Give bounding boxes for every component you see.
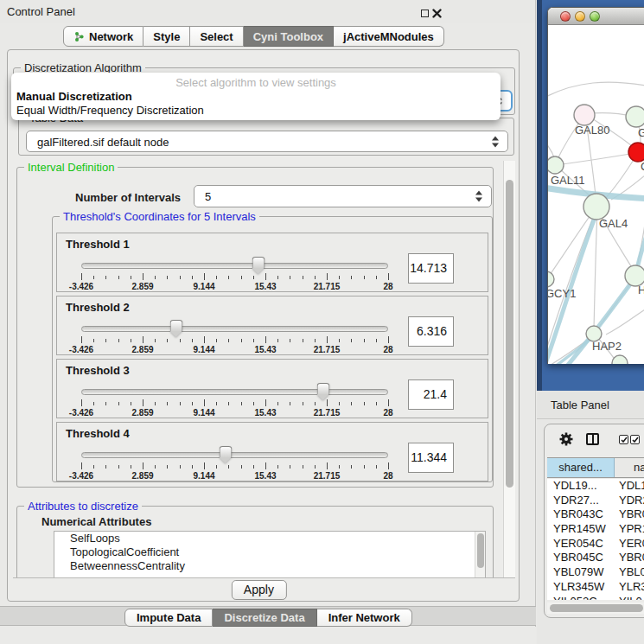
threshold-2-slider[interactable]: -3.4262.8599.14415.4321.71528 [81,319,388,355]
cell: YPR1 [615,522,644,537]
slider-track[interactable] [81,326,388,332]
tab-network[interactable]: Network [63,26,143,47]
bottom-filler [0,627,536,644]
slider-ticks [81,336,388,344]
threshold-3-panel: Threshold 3 -3.4262.8599.14415.4321.7152… [56,359,488,418]
zoom-traffic-light-icon[interactable] [590,11,600,22]
tab-style[interactable]: Style [143,26,190,47]
slider-thumb[interactable] [170,320,183,331]
tab-select[interactable]: Select [190,26,243,47]
stepper-arrows-icon [492,136,500,147]
close-traffic-light-icon[interactable] [560,11,571,22]
network-node-gal4[interactable] [583,194,609,220]
tab-impute-data[interactable]: Impute Data [124,609,213,627]
list-item[interactable]: SelfLoops [54,532,485,545]
tab-label: Style [153,30,180,43]
checkbox-icon[interactable] [619,435,628,444]
network-node-selected-red[interactable] [628,143,644,162]
threshold-4-panel: Threshold 4 -3.4262.8599.14415.4321.7152… [56,422,488,481]
threshold-3-value-field[interactable]: 21.4 [408,379,454,410]
table-row[interactable]: YER054CYER0 [547,537,644,552]
table-horizontal-scrollbar[interactable] [547,603,644,614]
apply-button[interactable]: Apply [231,580,286,600]
network-node-gal11[interactable] [548,156,564,174]
threshold-1-value-field[interactable]: 14.713 [408,253,454,284]
table-row[interactable]: YLR345WYLR3 [547,580,644,595]
numerical-attributes-label: Numerical Attributes [41,515,151,528]
network-view-window: GAL80 GA C GAL11 GAL4 GCY1 H HAP2 [547,7,644,364]
table-row[interactable]: YIL052CYIL0 [547,595,644,601]
table-row[interactable]: YBR043CYBR0 [547,507,644,522]
slider-thumb[interactable] [252,257,265,268]
close-icon[interactable] [432,9,442,18]
minimize-traffic-light-icon[interactable] [575,11,585,22]
list-item[interactable]: TopologicalCoefficient [54,545,485,559]
num-intervals-combobox[interactable]: 5 [194,185,492,207]
threshold-4-slider[interactable]: -3.4262.8599.14415.4321.71528 [81,445,388,481]
table-row[interactable]: YDL19...YDL1 [547,479,644,494]
network-node-label: C [641,160,644,173]
scrollbar-thumb[interactable] [550,604,643,612]
slider-ticks [81,273,388,281]
table-data-combobox[interactable]: galFiltered.sif default node [26,131,508,152]
table-data-group: Table Data galFiltered.sif default node [18,118,514,156]
control-panel-titlebar: Control Panel [0,0,535,23]
num-intervals-label: Number of Intervals [75,191,181,204]
threshold-label: Threshold 2 [66,301,130,314]
tab-discretize-data[interactable]: Discretize Data [213,609,316,627]
threshold-1-slider[interactable]: -3.4262.8599.14415.4321.71528 [81,256,388,292]
dropdown-option-equal-width-frequency[interactable]: Equal Width/Frequency Discretization [16,104,204,117]
table-row[interactable]: YPR145WYPR1 [547,522,644,537]
dropdown-hint: Select algorithm to view settings [11,76,501,89]
tab-label: Cyni Toolbox [253,30,323,43]
slider-thumb[interactable] [219,446,232,457]
tab-cyni-toolbox[interactable]: Cyni Toolbox [244,26,334,47]
column-header-shared-name[interactable]: shared... [547,458,615,477]
threshold-4-value-field[interactable]: 11.344 [408,443,454,473]
tab-label: Impute Data [137,611,201,624]
table-row[interactable]: YBR045CYBR0 [547,551,644,565]
network-node-gcy1[interactable] [548,271,554,287]
network-canvas[interactable]: GAL80 GA C GAL11 GAL4 GCY1 H HAP2 [548,25,644,364]
threshold-2-value-field[interactable]: 6.316 [408,316,454,347]
network-node-gal80[interactable] [574,105,595,125]
cell: YIL052C [547,595,615,601]
column-header-name[interactable]: na [615,458,644,477]
slider-track[interactable] [81,263,388,269]
interval-definition-group: Interval Definition Number of Intervals … [16,167,494,488]
table-panel-title: Table Panel [551,399,609,411]
gear-icon[interactable] [558,431,574,447]
numerical-attributes-list[interactable]: SelfLoops TopologicalCoefficient Between… [54,531,486,578]
network-icon [73,31,85,42]
network-node-label: GAL4 [599,217,628,230]
list-scrollbar[interactable] [475,532,485,578]
dropdown-option-manual-discretization[interactable]: Manual Discretization [16,90,132,103]
threshold-3-slider[interactable]: -3.4262.8599.14415.4321.71528 [81,382,388,418]
tab-label: Infer Network [328,611,400,624]
settings-scrollbar[interactable] [503,161,515,577]
network-node-label: H [638,284,644,296]
network-node-bottom[interactable] [612,355,628,364]
panel-title: Control Panel [7,5,75,18]
slider-track[interactable] [81,452,388,458]
table-row[interactable]: YDR27...YDR2 [547,494,644,508]
list-item[interactable]: BetweennessCentrality [54,559,485,573]
tab-infer-network[interactable]: Infer Network [317,609,412,627]
settings-scroll-area: Interval Definition Number of Intervals … [13,161,515,578]
float-window-icon[interactable] [421,10,429,17]
slider-track[interactable] [81,389,388,395]
scrollbar-thumb[interactable] [477,533,484,568]
table-row[interactable]: YBL079WYBL0 [547,565,644,580]
group-label: Threshold's Coordinates for 5 Intervals [60,210,259,223]
tab-jactivemnodules[interactable]: jActiveMNodules [334,26,444,47]
checkbox-icon[interactable] [630,435,640,444]
split-panel-icon[interactable] [586,433,599,445]
slider-thumb[interactable] [317,383,330,394]
slider-tick-labels: -3.4262.8599.14415.4321.71528 [81,408,388,418]
scrollbar-thumb[interactable] [506,180,513,488]
network-window-titlebar[interactable] [548,8,644,25]
table-rows: YDL19...YDL1 YDR27...YDR2 YBR043CYBR0 YP… [547,479,644,600]
network-node-ga[interactable] [626,106,644,127]
cell: YPR145W [547,522,615,537]
network-graph: GAL80 GA C GAL11 GAL4 GCY1 H HAP2 [548,25,644,364]
